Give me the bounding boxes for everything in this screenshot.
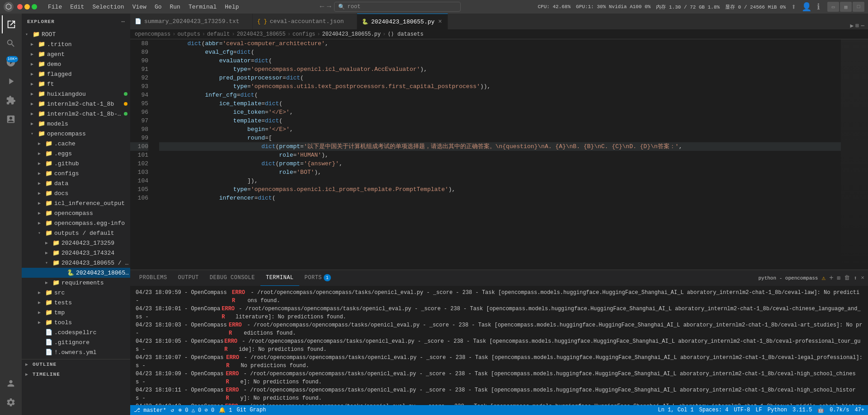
panel-tab-terminal[interactable]: TERMINAL — [260, 270, 299, 286]
extensions-activity[interactable] — [2, 91, 20, 109]
window-layout-button[interactable]: ▤ — [840, 2, 852, 12]
tab-py[interactable]: 🐍 20240423_180655.py × — [357, 14, 448, 29]
sidebar-item-outputs[interactable]: ▾ 📁 outputs / default — [22, 228, 130, 238]
tab-summary[interactable]: 📄 summary_20240423_173259.txt × — [130, 14, 253, 29]
terminal-add-button[interactable]: + — [829, 274, 834, 282]
sidebar-item-tmp[interactable]: ▶ 📁 tmp — [22, 308, 130, 317]
menu-run[interactable]: Run — [166, 3, 184, 11]
source-control-activity[interactable]: 10K+ — [2, 53, 20, 71]
explorer-activity[interactable] — [2, 15, 20, 33]
sidebar-item-173259[interactable]: ▶ 📁 20240423_173259 — [22, 238, 130, 248]
status-eol[interactable]: LF — [755, 407, 762, 413]
status-branch[interactable]: ⎇ master* — [134, 407, 166, 414]
terminal-max-button[interactable]: ⬆ — [854, 275, 857, 282]
sidebar-item-cache[interactable]: ▶ 📁 .cache — [22, 139, 130, 149]
tab-py-close[interactable]: × — [437, 18, 443, 25]
accounts-activity[interactable] — [2, 374, 20, 392]
terminal-close-button[interactable]: × — [861, 275, 864, 281]
status-bell[interactable]: 🔔 1 — [219, 407, 232, 414]
search-bar[interactable]: 🔍 root — [334, 2, 461, 12]
bc-configs[interactable]: configs — [292, 31, 315, 37]
menu-go[interactable]: Go — [151, 3, 165, 11]
timeline-section[interactable]: ▶ TIMELINE — [22, 369, 130, 379]
sidebar-item-opencompass[interactable]: ▾ 📁 opencompass — [22, 129, 130, 139]
sidebar-item-active-file[interactable]: ▶ 🐍 20240423_180655.py — [22, 268, 130, 278]
sidebar-item-github[interactable]: ▶ 📁 .github — [22, 159, 130, 168]
sidebar-item-requirements[interactable]: ▶ 📁 requirements — [22, 278, 130, 288]
code-content[interactable]: dict(abbr='ceval-computer_architecture',… — [152, 39, 841, 270]
titlebar-icon-3[interactable]: ℹ — [817, 2, 820, 12]
status-language[interactable]: Python — [768, 407, 787, 413]
panel-tab-output[interactable]: OUTPUT — [173, 270, 204, 286]
sidebar-item-174324[interactable]: ▶ 📁 20240423_174324 — [22, 248, 130, 258]
bc-opencompass[interactable]: opencompass — [135, 31, 170, 37]
more-actions-icon[interactable]: ⋯ — [861, 22, 864, 29]
terminal-trash-button[interactable]: 🗑 — [844, 275, 850, 281]
sidebar-item-flagged[interactable]: ▶ 📁 flagged — [22, 69, 130, 79]
status-errors[interactable]: ⊗ 0 △ 0 ⊘ 0 — [179, 407, 214, 414]
panel-tab-debug[interactable]: DEBUG CONSOLE — [204, 270, 260, 286]
status-sync[interactable]: ↺ — [171, 407, 174, 414]
window-max-button[interactable]: □ — [853, 2, 864, 12]
search-activity[interactable] — [2, 34, 20, 52]
sidebar-actions[interactable]: ⋯ — [121, 18, 125, 25]
menu-file[interactable]: File — [44, 3, 66, 11]
menu-view[interactable]: View — [129, 3, 150, 11]
sidebar-item-data[interactable]: ▶ 📁 data — [22, 178, 130, 188]
titlebar-icon-1[interactable]: ⬆ — [791, 2, 796, 12]
code-editor[interactable]: 88 89 90 91 92 93 94 95 96 97 98 99 100 … — [130, 39, 868, 270]
menu-edit[interactable]: Edit — [66, 3, 88, 11]
maximize-window-button[interactable] — [32, 4, 37, 9]
nav-back-button[interactable]: ← — [320, 3, 324, 11]
sidebar-item-icl[interactable]: ▶ 📁 icl_inference_output — [22, 198, 130, 208]
sidebar-item-internlm2[interactable]: ▶ 📁 internlm2-chat-1_8b — [22, 99, 130, 109]
bc-file[interactable]: 20240423_180655.py — [322, 31, 381, 37]
sidebar-item-docs[interactable]: ▶ 📁 docs — [22, 188, 130, 198]
outline-section[interactable]: ▶ OUTLINE — [22, 359, 130, 369]
run-icon[interactable]: ▶ — [850, 22, 854, 29]
status-version[interactable]: 3.11.5 — [793, 407, 812, 413]
panel-tab-ports[interactable]: PORTS 1 — [299, 270, 337, 286]
panel-tab-problems[interactable]: PROBLEMS — [134, 270, 173, 286]
sidebar-item-180655[interactable]: ▾ 📁 20240423_180655 / configs — [22, 258, 130, 268]
bc-outputs[interactable]: outputs — [177, 31, 200, 37]
sidebar-item-huixiangdou[interactable]: ▶ 📁 huixiangdou — [22, 89, 130, 99]
bc-default[interactable]: default — [207, 31, 230, 37]
sidebar-item-gitignore[interactable]: ▶ 📄 .gitignore — [22, 337, 130, 347]
test-activity[interactable] — [2, 110, 20, 128]
tab-json[interactable]: { } ceval-accountant.json × — [253, 14, 357, 29]
sidebar-item-codespellrc[interactable]: ▶ 📄 .codespellrc — [22, 327, 130, 337]
status-feedback[interactable]: 🤖 — [817, 407, 824, 414]
status-position[interactable]: Ln 1, Col 1 — [658, 407, 693, 413]
terminal-content[interactable]: 04/23 18:09:59 - OpenCompass - ERROR - /… — [130, 286, 868, 405]
sidebar-item-agent[interactable]: ▶ 📁 agent — [22, 49, 130, 59]
sidebar-item-triton[interactable]: ▶ 📁 .triton — [22, 39, 130, 49]
menu-help[interactable]: Help — [221, 3, 242, 11]
terminal-split-button[interactable]: ⊞ — [837, 275, 841, 282]
status-spaces[interactable]: Spaces: 4 — [699, 407, 729, 413]
bc-180655[interactable]: 20240423_180655 — [237, 31, 286, 37]
sidebar-item-demo[interactable]: ▶ 📁 demo — [22, 59, 130, 69]
titlebar-icon-2[interactable]: 👤 — [802, 2, 811, 12]
split-editor-icon[interactable]: ⊞ — [855, 22, 859, 29]
status-git[interactable]: Git Graph — [237, 407, 266, 413]
sidebar-item-owners[interactable]: ▶ 📄 !.owners.yml — [22, 347, 130, 357]
menu-terminal[interactable]: Terminal — [185, 3, 220, 11]
run-activity[interactable] — [2, 72, 20, 90]
sidebar-item-eggs[interactable]: ▶ 📁 .eggs — [22, 149, 130, 159]
sidebar-item-opencompass-sub[interactable]: ▶ 📁 opencompass — [22, 208, 130, 218]
close-window-button[interactable] — [17, 4, 23, 9]
settings-activity[interactable] — [2, 393, 20, 411]
sidebar-item-tests[interactable]: ▶ 📁 tests — [22, 298, 130, 308]
sidebar-item-models[interactable]: ▶ 📁 models — [22, 119, 130, 129]
sidebar-item-ft[interactable]: ▶ 📁 ft — [22, 79, 130, 89]
sidebar-item-egg-info[interactable]: ▶ 📁 opencompass.egg-info — [22, 218, 130, 228]
sidebar-item-internlm2-4bit[interactable]: ▶ 📁 internlm2-chat-1_8b-4bit — [22, 109, 130, 119]
minimize-window-button[interactable] — [24, 4, 30, 9]
status-encoding[interactable]: UTF-8 — [734, 407, 750, 413]
sidebar-item-src[interactable]: ▶ 📁 src — [22, 288, 130, 298]
nav-forward-button[interactable]: → — [327, 3, 331, 11]
menu-selection[interactable]: Selection — [89, 3, 127, 11]
sidebar-item-tools[interactable]: ▶ 📁 tools — [22, 317, 130, 327]
window-split-button[interactable]: ▭ — [827, 2, 839, 12]
